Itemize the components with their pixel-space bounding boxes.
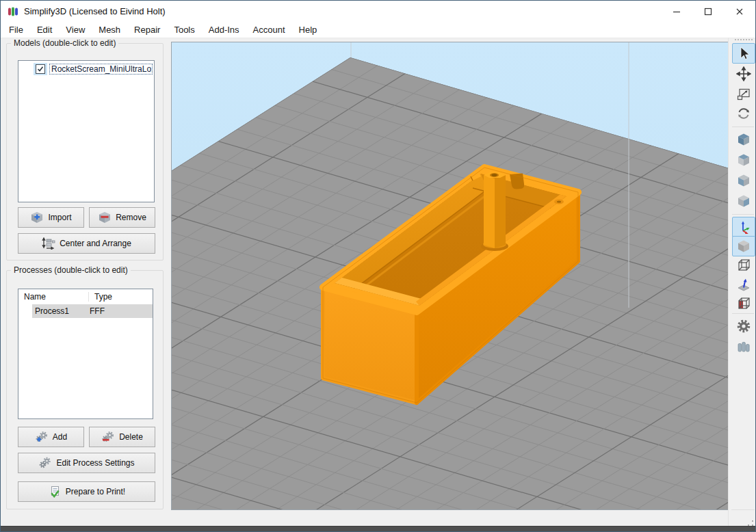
edit-process-settings-label: Edit Process Settings — [56, 458, 134, 468]
remove-button-label: Remove — [116, 213, 146, 222]
prepare-to-print-button[interactable]: Prepare to Print! — [18, 481, 155, 502]
right-toolbar — [728, 38, 756, 528]
column-header-type[interactable]: Type — [89, 292, 153, 302]
model-visibility-checkbox[interactable] — [36, 64, 45, 74]
toolbar-separator-3 — [732, 313, 754, 314]
view-cube-4-icon — [736, 194, 751, 209]
cross-section-button[interactable] — [732, 293, 755, 314]
viewport-3d[interactable] — [171, 42, 729, 510]
processes-table-header: Name Type — [18, 289, 153, 304]
toggle-build-plate-button[interactable] — [732, 236, 755, 256]
surface-normal-icon — [736, 277, 751, 292]
model-name-label[interactable]: RocketScream_MiniUltraLo... — [49, 64, 153, 75]
gray-cube-icon — [736, 239, 751, 254]
view-cube-4-button[interactable] — [732, 191, 755, 211]
menu-view[interactable]: View — [59, 23, 92, 36]
models-list[interactable]: RocketScream_MiniUltraLo... — [18, 60, 155, 202]
delete-gear-icon — [101, 431, 115, 443]
rotate-model-button[interactable] — [732, 103, 755, 124]
prepare-to-print-label: Prepare to Print! — [66, 487, 125, 496]
move-icon — [736, 66, 751, 81]
models-group-title: Models (double-click to edit) — [11, 38, 118, 48]
toolbar-separator-1 — [732, 127, 754, 127]
window-bottom-edge — [1, 526, 755, 531]
import-button[interactable]: Import — [18, 207, 84, 228]
model-list-item[interactable]: RocketScream_MiniUltraLo... — [34, 63, 153, 75]
menu-file[interactable]: File — [2, 23, 30, 36]
toggle-wireframe-button[interactable] — [732, 255, 755, 276]
import-cube-icon — [30, 211, 44, 224]
menu-repair[interactable]: Repair — [127, 23, 167, 36]
view-cube-3-icon — [736, 173, 751, 188]
view-cube-2-icon — [736, 152, 751, 168]
menu-bar: File Edit View Mesh Repair Tools Add-Ins… — [1, 22, 755, 38]
resize-grip[interactable] — [748, 520, 753, 526]
view-cube-3-button[interactable] — [732, 170, 755, 191]
simplify3d-logo-icon — [8, 6, 18, 17]
move-model-button[interactable] — [732, 64, 755, 84]
center-arrange-icon — [42, 237, 55, 250]
view-cube-2-button[interactable] — [732, 150, 755, 170]
prepare-print-icon — [48, 486, 62, 498]
main-area: Models (double-click to edit) RocketScre… — [1, 38, 755, 528]
menu-tools[interactable]: Tools — [167, 23, 201, 36]
center-arrange-button-label: Center and Arrange — [60, 239, 131, 248]
toolbar-separator-2 — [732, 214, 754, 215]
center-and-arrange-button[interactable]: Center and Arrange — [18, 233, 155, 254]
models-group: Models (double-click to edit) RocketScre… — [6, 43, 164, 261]
model-checkbox-wrap — [34, 63, 47, 75]
add-button-label: Add — [53, 432, 67, 442]
select-pointer-button[interactable] — [732, 43, 755, 64]
rotate-icon — [736, 106, 751, 121]
wireframe-cube-icon — [736, 258, 751, 273]
minimize-button[interactable] — [661, 1, 692, 22]
menu-addins[interactable]: Add-Ins — [202, 23, 246, 36]
maximize-button[interactable] — [692, 1, 724, 22]
import-button-label: Import — [48, 213, 71, 222]
processes-group-title: Processes (double-click to edit) — [11, 265, 131, 275]
processes-table[interactable]: Name Type Process1 FFF — [18, 289, 153, 419]
window-controls — [661, 1, 755, 22]
edit-process-gear-icon — [38, 457, 52, 469]
toggle-normals-button[interactable] — [732, 274, 755, 295]
cross-section-cube-icon — [736, 296, 751, 311]
menu-edit[interactable]: Edit — [30, 23, 59, 36]
process-name-cell: Process1 — [32, 306, 89, 316]
machine-settings-button[interactable] — [732, 316, 755, 336]
toolbar-bottom-line — [731, 509, 755, 510]
close-button[interactable] — [724, 1, 755, 22]
gear-icon — [736, 319, 751, 334]
model-standoff-post — [481, 172, 508, 251]
process-row-selected[interactable]: Process1 FFF — [32, 304, 153, 318]
supports-pillars-icon — [736, 338, 751, 354]
remove-button[interactable]: Remove — [89, 207, 155, 228]
app-window: Simplify3D (Licensed to Eivind Holt) Fil… — [0, 0, 756, 532]
axes-icon — [736, 220, 751, 235]
menu-help[interactable]: Help — [292, 23, 324, 36]
pointer-icon — [736, 46, 751, 61]
toolbar-grip[interactable] — [735, 39, 753, 40]
viewport-3d-scene[interactable] — [172, 42, 728, 509]
scale-icon — [736, 87, 751, 102]
delete-button-label: Delete — [119, 432, 143, 442]
model-screw-boss — [554, 200, 564, 204]
process-type-cell: FFF — [89, 306, 153, 316]
scale-model-button[interactable] — [732, 84, 755, 105]
remove-cube-icon — [98, 211, 112, 224]
column-header-name[interactable]: Name — [18, 292, 89, 302]
menu-mesh[interactable]: Mesh — [92, 23, 127, 36]
delete-process-button[interactable]: Delete — [89, 427, 155, 447]
title-bar: Simplify3D (Licensed to Eivind Holt) — [1, 1, 755, 22]
toggle-supports-button[interactable] — [732, 336, 755, 356]
add-gear-icon — [35, 431, 49, 443]
view-cube-1-icon — [736, 132, 751, 147]
edit-process-settings-button[interactable]: Edit Process Settings — [18, 453, 155, 473]
toggle-axes-button[interactable] — [732, 217, 755, 237]
menu-account[interactable]: Account — [246, 23, 292, 36]
view-cube-1-button[interactable] — [732, 129, 755, 150]
processes-group: Processes (double-click to edit) Name Ty… — [6, 270, 164, 509]
window-title: Simplify3D (Licensed to Eivind Holt) — [24, 6, 166, 16]
add-process-button[interactable]: Add — [18, 427, 84, 447]
